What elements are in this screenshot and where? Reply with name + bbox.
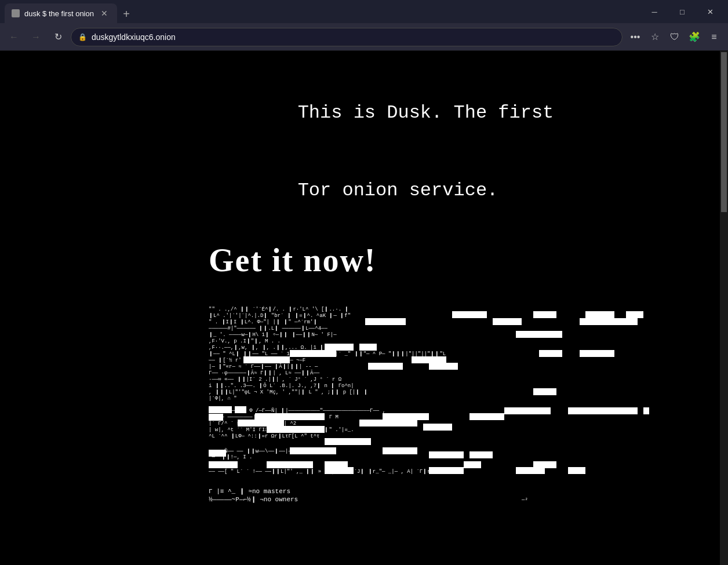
browser-window: dusk $ the first onion ✕ + ─ □ ✕ ← → [0,0,728,565]
svg-text:" . ❙I❙I         ❙L^.  Φ—"| |❙: " . ❙I❙I ❙L^. Φ—"| |❙ ❙" —^`rm'❙ [209,319,318,325]
scrollbar-thumb[interactable] [720,51,728,213]
svg-rect-59 [209,406,232,413]
more-button[interactable]: ••• [626,28,645,46]
page-inner: This is Dusk. The first Tor onion servic… [0,51,728,565]
svg-text:❙L^ .'|`'|`|^.|.D❙            : ❙L^ .'|`'|`|^.|.D❙ "br` ❙ ❙=❙^. ^aK ❙— ❙… [209,313,351,319]
bookmark-button[interactable]: ☆ [646,28,664,46]
svg-rect-66 [469,451,493,458]
scrollbar-track[interactable] [720,51,728,565]
svg-rect-65 [429,451,464,458]
art-svg: "" . .,/^ ❙❙ `'`É^❙/. . ❙r·'L^ '\ [❙..·.… [209,302,649,565]
svg-text:^L `^^ ❙LΦ— ^::❙=r Ωr❙LτΓ[L ^": ^L `^^ ❙LΦ— ^::❙=r Ωr❙LτΓ[L ^" t^τ [209,433,319,439]
headline-line2: Tor onion service. [298,180,498,201]
svg-rect-26 [429,363,458,370]
svg-rect-43 [359,420,417,427]
svg-text:|`Φ|, ∩ ": |`Φ|, ∩ " [209,396,237,402]
svg-rect-16 [359,344,377,351]
close-icon: ✕ [707,8,714,16]
svg-rect-42 [238,420,284,427]
svg-text:—²: —² [521,497,528,503]
menu-icon: ≡ [711,32,716,42]
svg-rect-34 [504,407,551,414]
svg-rect-64 [209,450,226,457]
minimize-icon: ─ [651,8,657,16]
address-bar[interactable]: 🔒 duskgytldkxiuqc6.onion [71,28,623,46]
svg-rect-49 [383,447,417,454]
forward-button[interactable]: → [27,28,45,46]
svg-rect-69 [325,461,348,468]
svg-rect-71 [533,461,556,468]
maximize-button[interactable]: □ [669,0,696,23]
shield-icon: 🛡 [670,32,679,42]
menu-button[interactable]: ≡ [705,28,723,46]
svg-rect-2 [452,311,487,318]
svg-text:·——∞ «——             ❙❙|I`    : ·——∞ «—— ❙❙|I` 2 .|❙| , ` J° ` ,J ° ` r … [209,377,342,382]
maximize-icon: □ [680,8,685,16]
svg-text:|—  ❙"«r— ≈ `         Γ——❙——  : |— ❙"«r— ≈ ` Γ——❙—— ❙Ā❙|❙❙| -- — [209,363,318,370]
svg-rect-9 [580,318,638,325]
svg-rect-5 [626,311,643,318]
svg-rect-23 [412,356,446,363]
nav-right-icons: ••• ☆ 🛡 🧩 ≡ [626,28,723,46]
forward-icon: → [31,32,41,42]
ascii-art: "" . .,/^ ❙❙ `'`É^❙/. . ❙r·'L^ '\ [❙..·.… [209,302,661,565]
tab-close-button[interactable]: ✕ [99,8,110,19]
svg-text:½—————~P—⌐½❙ ¬no owners: ½—————~P—⌐½❙ ¬no owners [209,496,298,503]
svg-rect-70 [464,461,481,468]
nav-bar: ← → ↻ 🔒 duskgytldkxiuqc6.onion ••• ☆ 🛡 🧩 [0,23,728,51]
svg-rect-18 [290,350,336,357]
svg-rect-39 [383,413,429,420]
svg-rect-15 [325,344,354,351]
back-icon: ← [9,32,19,42]
title-bar: dusk $ the first onion ✕ + ─ □ ✕ [0,0,728,23]
svg-text:,F·'V., p .I❙"❙, M  .         : ,F·'V., p .I❙"❙, M . . [209,338,281,344]
svg-rect-25 [368,363,403,370]
svg-text:Γ——  ·φ——————❙Ā≈ Γ❙❙|         : Γ—— ·φ——————❙Ā≈ Γ❙❙| , L≈ ——❙❙Ā—— [209,370,320,376]
svg-rect-67 [209,461,238,468]
svg-rect-40 [469,413,504,420]
svg-text:Γ  |≡  ^_  ❙    ≈no masters: Γ |≡ ^_ ❙ ≈no masters [209,488,290,495]
headline: This is Dusk. The first Tor onion servic… [209,74,728,230]
active-tab[interactable]: dusk $ the first onion ✕ [5,3,117,23]
tab-container: dusk $ the first onion ✕ + [5,0,639,23]
svg-text:——  ——[ " L` ` !——   ——❙❙L|"' : —— ——[ " L` ` !—— ——❙❙L|"' ,_ ❙❙ » ` ❙ `… [209,469,431,475]
close-button[interactable]: ✕ [697,0,723,23]
svg-rect-4 [585,311,614,318]
shield-button[interactable]: 🛡 [665,28,684,46]
svg-text:, ❙❙❙L|"'"φL  ¬ X 'Mç,  '  ,"": , ❙❙❙L|"'"φL ¬ X 'Mç, ' ,""|❙ L " , ;❙❙ … [209,389,368,395]
svg-rect-68 [267,461,313,468]
back-button[interactable]: ← [5,28,23,46]
svg-rect-19 [539,350,562,357]
lock-icon: 🔒 [78,33,87,41]
svg-rect-55 [568,467,585,474]
svg-rect-3 [533,311,556,318]
svg-text:,F··.——,❙,w,     ❙,  ❙,  .❙❙,.: ,F··.——,❙,w, ❙, ❙, .❙❙,... Ω. |1 ❙ . [209,345,330,351]
extensions-icon: 🧩 [689,31,700,42]
tab-title: dusk $ the first onion [24,9,94,18]
svg-rect-31 [533,388,556,395]
new-tab-icon: + [123,8,130,21]
more-icon: ••• [631,32,640,42]
svg-rect-20 [580,350,614,357]
reload-icon: ↻ [54,31,62,42]
svg-text:"" . .,/^ ❙❙ `'`É^❙/. . ❙r·'L^: "" . .,/^ ❙❙ `'`É^❙/. . ❙r·'L^ '\ [❙..·.… [209,306,349,312]
svg-rect-60 [235,406,246,413]
svg-rect-36 [643,407,649,414]
reload-button[interactable]: ↻ [49,28,67,46]
tagline: Get it now! [209,242,728,279]
tab-favicon [12,9,20,17]
headline-line1: This is Dusk. The first [298,102,554,123]
bookmark-icon: ☆ [651,31,659,42]
new-tab-button[interactable]: + [117,5,136,23]
svg-rect-35 [568,407,638,414]
svg-rect-61 [209,414,223,421]
page-content[interactable]: This is Dusk. The first Tor onion servic… [0,51,728,565]
svg-rect-63 [423,424,452,431]
address-text: duskgytldkxiuqc6.onion [92,32,615,42]
svg-rect-48 [290,447,336,454]
minimize-button[interactable]: ─ [641,0,668,23]
svg-rect-22 [243,356,290,363]
svg-rect-8 [493,318,522,325]
extensions-button[interactable]: 🧩 [685,28,704,46]
svg-rect-38 [255,413,325,420]
